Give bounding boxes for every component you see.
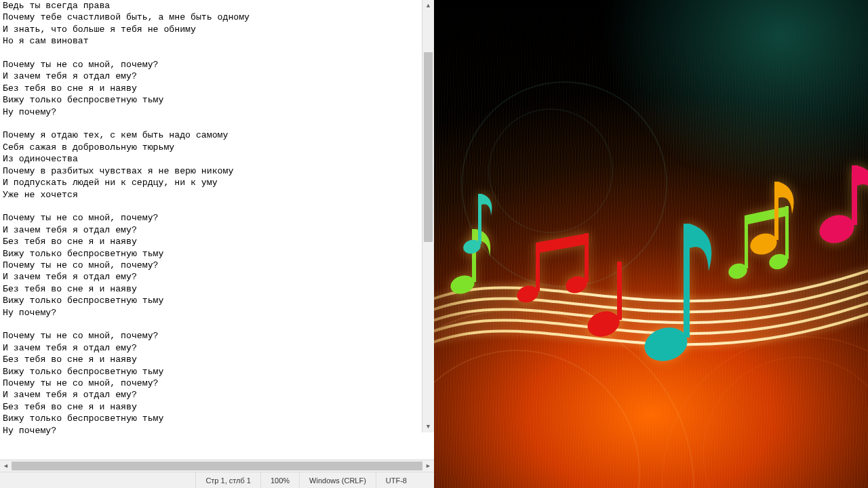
vertical-scroll-thumb[interactable] [424, 52, 433, 242]
status-bar: Стр 1, стлб 1 100% Windows (CRLF) UTF-8 [0, 472, 434, 488]
text-area[interactable]: Ведь ты всегда права Почему тебе счастли… [0, 0, 434, 460]
scroll-up-arrow-icon[interactable]: ▲ [422, 0, 434, 12]
svg-point-20 [816, 211, 858, 244]
lyrics-text[interactable]: Ведь ты всегда права Почему тебе счастли… [3, 0, 422, 460]
music-artwork-pane [434, 0, 868, 488]
horizontal-scroll-thumb[interactable] [12, 462, 422, 470]
scroll-right-arrow-icon[interactable]: ▶ [422, 460, 434, 472]
vertical-scrollbar[interactable]: ▲ ▼ [422, 0, 434, 432]
svg-rect-21 [852, 165, 857, 225]
scroll-down-arrow-icon[interactable]: ▼ [422, 421, 434, 432]
svg-point-9 [585, 307, 623, 338]
app-root: Ведь ты всегда права Почему тебе счастли… [0, 0, 868, 488]
status-line-ending[interactable]: Windows (CRLF) [300, 472, 376, 488]
svg-rect-10 [617, 262, 622, 320]
status-cursor-position[interactable]: Стр 1, стлб 1 [196, 472, 261, 488]
svg-rect-12 [684, 224, 690, 338]
svg-rect-19 [774, 182, 778, 240]
vertical-scroll-track[interactable] [422, 12, 434, 421]
music-note-icon [746, 176, 800, 258]
status-spacer [0, 472, 196, 488]
decor-ring [488, 108, 613, 233]
status-zoom[interactable]: 100% [261, 472, 300, 488]
svg-marker-8 [536, 233, 589, 253]
music-note-icon [583, 256, 644, 338]
music-note-icon [814, 163, 868, 244]
scroll-left-arrow-icon[interactable]: ◀ [0, 460, 12, 472]
svg-rect-3 [478, 194, 481, 244]
music-note-icon [461, 190, 492, 258]
status-encoding[interactable]: UTF-8 [376, 472, 434, 488]
music-note-icon [637, 217, 726, 366]
horizontal-scrollbar[interactable]: ◀ ▶ [0, 460, 434, 472]
text-editor-pane: Ведь ты всегда права Почему тебе счастли… [0, 0, 434, 488]
